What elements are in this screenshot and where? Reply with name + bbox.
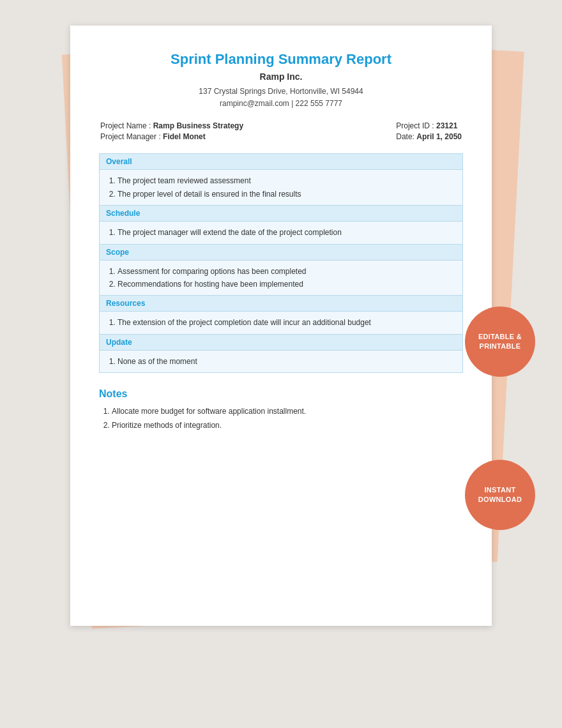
download-badge-text: INSTANTDOWNLOAD (478, 485, 522, 505)
table-row: None as of the moment (118, 355, 456, 368)
project-name-label: Project Name : (100, 121, 151, 130)
table-row: The extension of the project completion … (118, 316, 456, 329)
project-name-row: Project Name : Ramp Business Strategy (100, 121, 243, 130)
notes-list: Allocate more budget for software applic… (99, 405, 463, 432)
project-manager-value: Fidel Monet (163, 132, 206, 141)
document-container: Sprint Planning Summary Report Ramp Inc.… (70, 26, 492, 626)
section-header-schedule: Schedule (100, 206, 463, 222)
project-info-right: Project ID : 23121 Date: April 1, 2050 (396, 121, 462, 143)
notes-section: Notes Allocate more budget for software … (99, 388, 463, 432)
list-item: Prioritize methods of integration. (112, 419, 463, 433)
summary-table: OverallThe project team reviewed assessm… (99, 153, 463, 373)
table-row: The project manager will extend the date… (118, 226, 456, 239)
section-body-scope: Assessment for comparing options has bee… (100, 260, 463, 296)
company-address: 137 Crystal Springs Drive, Hortonville, … (99, 86, 463, 110)
editable-badge-text: EDITABLE &PRINTABLE (478, 332, 522, 352)
project-id-label: Project ID : (396, 121, 434, 130)
section-header-overall: Overall (100, 154, 463, 170)
table-row: Recommendations for hosting have been im… (118, 278, 456, 291)
date-value: April 1, 2050 (416, 132, 462, 141)
address-line1: 137 Crystal Springs Drive, Hortonville, … (99, 86, 463, 98)
section-body-schedule: The project manager will extend the date… (100, 222, 463, 244)
address-line2: rampinc@zmail.com | 222 555 7777 (99, 98, 463, 110)
project-id-row: Project ID : 23121 (396, 121, 462, 130)
project-name-value: Ramp Business Strategy (153, 121, 243, 130)
list-item: Allocate more budget for software applic… (112, 405, 463, 419)
project-manager-row: Project Manager : Fidel Monet (100, 132, 243, 141)
section-body-update: None as of the moment (100, 350, 463, 372)
date-row: Date: April 1, 2050 (396, 132, 462, 141)
instant-download-badge: INSTANTDOWNLOAD (465, 460, 535, 530)
section-body-resources: The extension of the project completion … (100, 312, 463, 334)
section-header-scope: Scope (100, 244, 463, 260)
project-id-value: 23121 (436, 121, 457, 130)
date-label: Date: (396, 132, 414, 141)
table-row: Assessment for comparing options has bee… (118, 265, 456, 278)
project-info-left: Project Name : Ramp Business Strategy Pr… (100, 121, 243, 143)
document-title: Sprint Planning Summary Report (99, 51, 463, 68)
project-manager-label: Project Manager : (100, 132, 161, 141)
section-body-overall: The project team reviewed assessmentThe … (100, 170, 463, 206)
section-header-update: Update (100, 334, 463, 350)
project-info: Project Name : Ramp Business Strategy Pr… (99, 121, 463, 143)
section-header-resources: Resources (100, 296, 463, 312)
table-row: The project team reviewed assessment (118, 174, 456, 187)
notes-title: Notes (99, 388, 463, 400)
company-name: Ramp Inc. (99, 72, 463, 82)
table-row: The proper level of detail is ensured in… (118, 188, 456, 201)
editable-printable-badge: EDITABLE &PRINTABLE (465, 307, 535, 377)
